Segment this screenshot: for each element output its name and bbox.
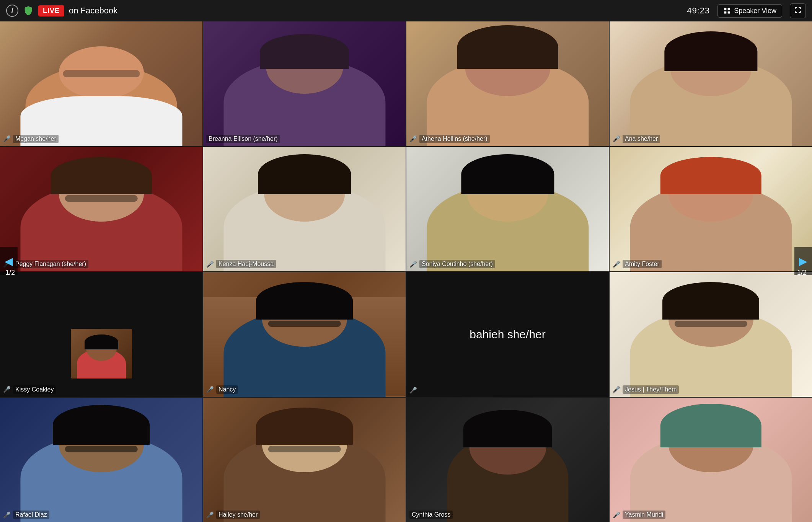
participant-label-megan: 🎤 Megan she/her [3, 135, 59, 143]
live-badge: LIVE [38, 5, 64, 16]
fullscreen-icon [794, 6, 802, 14]
svg-rect-2 [724, 11, 727, 14]
participant-cell-cynthia[interactable]: Cynthia Gross [406, 398, 609, 522]
mute-icon-bahieh: 🎤 [409, 387, 417, 394]
participant-name-nancy: Nancy [216, 385, 238, 394]
mute-icon-kissy: 🎤 [3, 386, 11, 393]
participant-label-breanna: Breanna Ellison (she/her) [206, 135, 280, 143]
mute-icon-halley: 🎤 [206, 511, 214, 519]
right-arrow-icon: ▶ [799, 255, 807, 267]
participant-cell-halley[interactable]: 🎤 Halley she/her [203, 398, 406, 522]
participant-name-amity: Amity Foster [623, 260, 662, 268]
mute-icon-megan: 🎤 [3, 135, 11, 142]
page-indicator-left: 1/2 [5, 269, 15, 277]
participant-label-amity: 🎤 Amity Foster [613, 260, 662, 268]
top-bar: i LIVE on Facebook 49:23 Speaker View [0, 0, 812, 21]
participant-cell-jesus[interactable]: 🎤 Jesus | They/Them [610, 272, 812, 397]
participant-name-cynthia: Cynthia Gross [409, 511, 453, 519]
speaker-view-label: Speaker View [734, 7, 776, 15]
mute-icon-yasmin: 🎤 [613, 511, 620, 519]
participant-cell-soniya[interactable]: 🎤 Soniya Coutinho (she/her) [406, 147, 609, 272]
participant-cell-amity[interactable]: 🎤 Amity Foster [610, 147, 812, 272]
mute-icon-ana: 🎤 [613, 135, 620, 142]
svg-rect-1 [728, 8, 730, 10]
participant-name-halley: Halley she/her [216, 511, 260, 519]
speaker-view-button[interactable]: Speaker View [717, 4, 782, 18]
participant-name-kissy: Kissy Coakley [13, 385, 56, 394]
participant-label-yasmin: 🎤 Yasmin Muridi [613, 511, 665, 519]
participant-cell-kissy[interactable]: 🎤 Kissy Coakley [0, 272, 202, 397]
timer: 49:23 [687, 6, 710, 16]
participant-cell-peggy[interactable]: 🎤 Peggy Flanagan (she/her) [0, 147, 202, 272]
fullscreen-button[interactable] [790, 3, 806, 18]
mute-icon-rafael: 🎤 [3, 511, 11, 519]
page-indicator-right: 1/2 [797, 269, 807, 277]
participant-name-kenza: Kenza Hadj-Moussa [216, 260, 276, 268]
participant-name-soniya: Soniya Coutinho (she/her) [419, 260, 495, 268]
mute-icon-jesus: 🎤 [613, 386, 620, 393]
participant-cell-rafael[interactable]: 🎤 Rafael Diaz [0, 398, 202, 522]
participant-name-rafael: Rafael Diaz [13, 511, 49, 519]
participant-cell-nancy[interactable]: 🎤 Nancy [203, 272, 406, 397]
video-grid: 🎤 Megan she/her Breanna Ellison (she/her… [0, 21, 812, 522]
participant-name-breanna: Breanna Ellison (she/her) [206, 135, 280, 143]
mute-icon-nancy: 🎤 [206, 386, 214, 393]
participant-name-ana: Ana she/her [623, 135, 660, 143]
participant-cell-breanna[interactable]: Breanna Ellison (she/her) [203, 21, 406, 146]
participant-label-jesus: 🎤 Jesus | They/Them [613, 385, 679, 394]
svg-rect-0 [724, 8, 727, 10]
participant-label-kissy: 🎤 Kissy Coakley [3, 385, 56, 394]
participant-label-kenza: 🎤 Kenza Hadj-Moussa [206, 260, 276, 268]
mute-icon-soniya: 🎤 [409, 261, 417, 268]
participant-label-bahieh: 🎤 [409, 387, 417, 394]
participant-name-athena: Athena Hollins (she/her) [419, 135, 490, 143]
shield-icon [22, 5, 34, 17]
participant-name-megan: Megan she/her [13, 135, 59, 143]
participant-cell-yasmin[interactable]: 🎤 Yasmin Muridi [610, 398, 812, 522]
participant-label-athena: 🎤 Athena Hollins (she/her) [409, 135, 490, 143]
svg-rect-3 [728, 11, 730, 14]
participant-label-soniya: 🎤 Soniya Coutinho (she/her) [409, 260, 495, 268]
top-bar-right: 49:23 Speaker View [687, 3, 806, 18]
grid-icon [723, 7, 731, 15]
participant-name-jesus: Jesus | They/Them [623, 385, 679, 394]
left-arrow-icon: ◀ [5, 255, 13, 267]
participant-cell-bahieh[interactable]: bahieh she/her 🎤 [406, 272, 609, 397]
mute-icon-kenza: 🎤 [206, 261, 214, 268]
participant-cell-kenza[interactable]: 🎤 Kenza Hadj-Moussa [203, 147, 406, 272]
participant-label-halley: 🎤 Halley she/her [206, 511, 260, 519]
participant-cell-athena[interactable]: 🎤 Athena Hollins (she/her) [406, 21, 609, 146]
participant-label-rafael: 🎤 Rafael Diaz [3, 511, 49, 519]
participant-cell-ana[interactable]: 🎤 Ana she/her [610, 21, 812, 146]
mute-icon-amity: 🎤 [613, 261, 620, 268]
info-icon[interactable]: i [6, 5, 18, 17]
participant-display-bahieh: bahieh she/her [470, 328, 546, 341]
participant-name-peggy: Peggy Flanagan (she/her) [13, 260, 88, 268]
on-facebook-label: on Facebook [69, 6, 117, 16]
participant-label-nancy: 🎤 Nancy [206, 385, 238, 394]
participant-label-cynthia: Cynthia Gross [409, 511, 453, 519]
mute-icon-athena: 🎤 [409, 135, 417, 142]
participant-cell-megan[interactable]: 🎤 Megan she/her [0, 21, 202, 146]
participant-name-yasmin: Yasmin Muridi [623, 511, 665, 519]
participant-label-ana: 🎤 Ana she/her [613, 135, 660, 143]
